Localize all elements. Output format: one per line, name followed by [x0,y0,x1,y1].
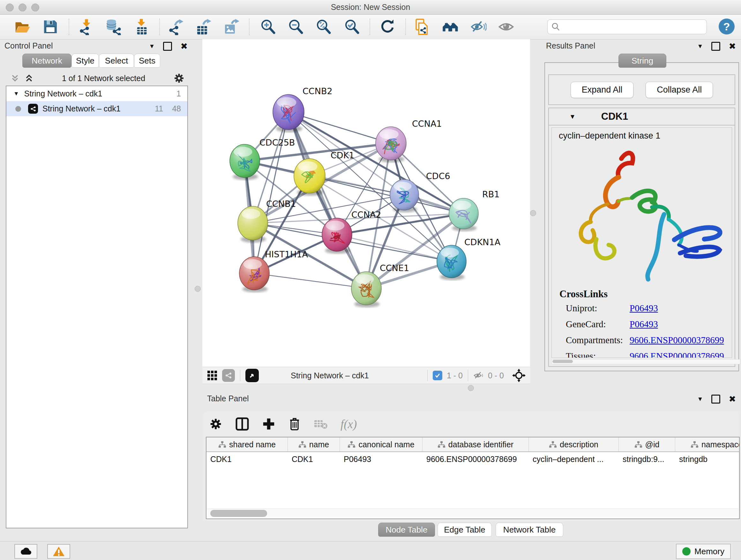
results-panel-menu-icon[interactable]: ▼ [697,43,703,50]
gene-collapse-icon[interactable]: ▼ [569,113,576,120]
network-node-CCNA2[interactable] [322,218,352,251]
network-node-count: 11 [155,104,163,113]
collapse-all-button[interactable]: Collapse All [646,82,713,98]
table-panel-float-icon[interactable] [711,395,720,403]
app-statusbar: Memory [0,541,741,560]
network-row-selected[interactable]: String Network – cdk1 11 48 [6,101,187,116]
string-network-graph[interactable]: CCNB2CCNA1CDC25BCDK1CDC6RB1CCNB1CCNA2CDK… [202,39,530,367]
first-neighbors-button[interactable] [441,18,459,36]
tab-node-table[interactable]: Node Table [378,523,435,537]
network-node-CCNB1[interactable] [238,206,268,240]
uniprot-link[interactable]: P06493 [630,303,658,314]
network-node-CCNB2[interactable] [273,95,304,130]
copy-documents-icon [414,18,430,35]
network-node-CCNA1[interactable] [376,127,406,160]
clone-network-button[interactable] [413,18,431,36]
import-table-file-button[interactable] [133,18,151,36]
tab-select[interactable]: Select [99,54,134,68]
left-splitter-handle[interactable] [195,286,201,292]
tab-network-table[interactable]: Network Table [495,523,563,537]
export-table-button[interactable] [194,18,212,36]
tab-style[interactable]: Style [71,54,99,68]
zoom-out-button[interactable] [287,18,305,36]
results-panel-float-icon[interactable] [711,42,720,51]
delete-column-trash-icon[interactable] [288,417,301,431]
control-panel-float-icon[interactable] [163,42,172,51]
tab-network[interactable]: Network [22,54,71,68]
node-label-CCNB1: CCNB1 [266,199,296,209]
node-label-RB1: RB1 [482,189,499,199]
save-icon [42,18,59,35]
table-panel-close-icon[interactable]: ✖ [729,395,736,403]
column-header-namespace[interactable]: namespace [675,437,740,451]
show-all-button[interactable] [497,18,515,36]
export-network-button[interactable] [167,18,185,36]
fit-content-crosshair-icon[interactable] [512,369,526,382]
refresh-icon [379,18,396,35]
cloud-status-button[interactable] [14,544,37,559]
network-node-CDC6[interactable] [390,179,419,210]
table-row[interactable]: CDK1CDK1P064939606.ENSP00000378699cyclin… [206,452,739,466]
tab-string[interactable]: String [618,54,666,68]
expand-all-icon[interactable] [24,73,34,83]
network-view-canvas[interactable]: CCNB2CCNA1CDC25BCDK1CDC6RB1CCNB1CCNA2CDK… [202,39,530,367]
scrollbar-thumb[interactable] [210,510,267,517]
results-panel-close-icon[interactable]: ✖ [729,42,736,51]
network-node-RB1[interactable] [449,198,478,229]
network-node-CDC25B[interactable] [230,144,260,178]
warnings-button[interactable] [47,544,70,559]
network-collection-row[interactable]: ▼ String Network – cdk1 1 [6,86,187,101]
right-splitter-handle[interactable] [530,210,536,216]
import-network-database-button[interactable] [105,18,122,36]
column-header-sharedname[interactable]: shared name [206,437,288,451]
network-node-CDKN1A[interactable] [437,245,466,278]
network-node-CDK1[interactable] [294,159,325,193]
compartments-link[interactable]: 9606.ENSP00000378699 [630,335,724,346]
zoom-selected-button[interactable] [343,18,361,36]
control-panel-menu-icon[interactable]: ▼ [149,43,155,50]
genecard-link[interactable]: P06493 [630,319,658,329]
tab-edge-table[interactable]: Edge Table [437,523,492,537]
zoom-in-button[interactable] [259,18,277,36]
help-button[interactable]: ? [719,18,735,35]
node-table[interactable]: shared namenamecanonical namedatabase id… [206,437,740,519]
hidden-node-edge-counts: 0 - 0 [488,371,504,380]
results-horizontal-scrollbar[interactable] [551,359,740,364]
network-options-gear-icon[interactable] [173,72,185,84]
selected-checkbox-icon[interactable] [433,371,442,380]
node-label-CCNA2: CCNA2 [351,210,381,220]
network-share-icon[interactable] [222,369,235,382]
control-panel-close-icon[interactable]: ✖ [180,42,188,51]
table-horizontal-scrollbar[interactable] [207,509,738,518]
search-box[interactable] [547,19,707,34]
eye-icon [498,18,515,35]
open-session-button[interactable] [13,18,31,36]
birds-eye-view-icon[interactable] [246,369,259,382]
show-columns-icon[interactable] [235,417,249,431]
warning-triangle-icon [53,546,65,557]
expand-all-button[interactable]: Expand All [570,82,634,98]
collapse-all-icon[interactable] [10,73,20,83]
add-column-plus-icon[interactable] [262,417,275,431]
column-header-description[interactable]: description [529,437,619,451]
column-header-id[interactable]: @id [619,437,675,451]
search-input[interactable] [563,22,706,32]
hide-selected-button[interactable] [469,18,487,36]
export-image-button[interactable] [222,18,240,36]
column-header-canonicalname[interactable]: canonical name [340,437,422,451]
table-settings-gear-icon[interactable] [209,417,222,431]
network-node-HIST1H1A[interactable] [239,257,269,290]
tab-sets[interactable]: Sets [134,54,160,68]
column-header-name[interactable]: name [288,437,340,451]
grid-view-icon[interactable] [207,370,218,381]
apply-layout-button[interactable] [379,18,396,36]
import-network-file-button[interactable] [77,18,95,36]
zoom-fit-button[interactable] [315,18,333,36]
tissues-link[interactable]: 9606.ENSP00000378699 [630,351,724,358]
column-header-databaseidentifier[interactable]: database identifier [422,437,529,451]
table-panel-menu-icon[interactable]: ▼ [697,395,703,402]
memory-button[interactable]: Memory [676,544,731,559]
network-node-CCNE1[interactable] [351,272,381,305]
bottom-splitter-handle[interactable] [468,385,474,391]
save-session-button[interactable] [42,18,59,36]
